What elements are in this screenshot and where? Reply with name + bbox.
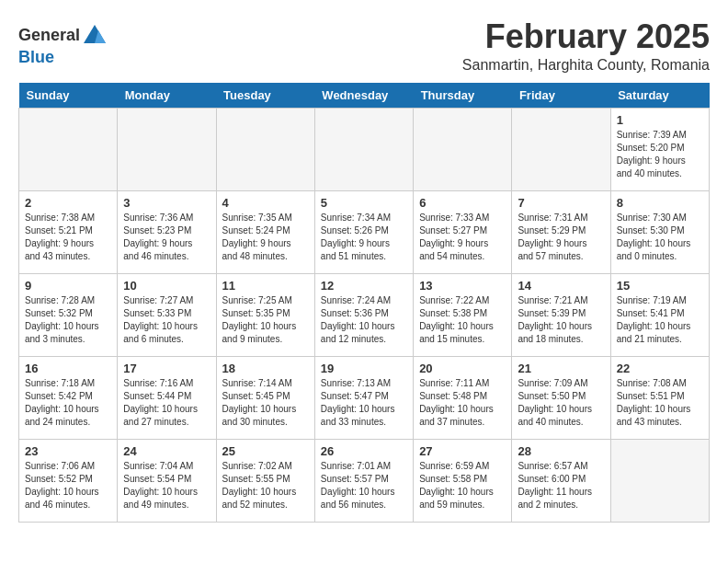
day-number: 24 (123, 444, 210, 458)
weekday-header-thursday: Thursday (414, 83, 512, 109)
weekday-header-tuesday: Tuesday (216, 83, 314, 109)
day-info: Sunrise: 7:04 AM Sunset: 5:54 PM Dayligh… (123, 460, 210, 511)
day-number: 9 (25, 279, 111, 293)
day-number: 18 (222, 362, 309, 375)
calendar-cell (118, 108, 216, 190)
weekday-header-sunday: Sunday (19, 83, 118, 109)
day-info: Sunrise: 6:59 AM Sunset: 5:58 PM Dayligh… (419, 460, 506, 511)
weekday-header-wednesday: Wednesday (314, 83, 413, 109)
calendar-cell: 26Sunrise: 7:01 AM Sunset: 5:57 PM Dayli… (314, 439, 413, 522)
day-number: 5 (321, 196, 407, 210)
day-number: 7 (518, 196, 604, 210)
day-number: 28 (518, 444, 604, 458)
day-info: Sunrise: 7:18 AM Sunset: 5:42 PM Dayligh… (25, 377, 111, 429)
calendar-cell: 2Sunrise: 7:38 AM Sunset: 5:21 PM Daylig… (19, 190, 118, 273)
month-year-title: February 2025 (462, 18, 710, 55)
calendar-cell: 8Sunrise: 7:30 AM Sunset: 5:30 PM Daylig… (610, 190, 709, 273)
calendar-cell: 6Sunrise: 7:33 AM Sunset: 5:27 PM Daylig… (414, 190, 512, 273)
calendar-cell: 20Sunrise: 7:11 AM Sunset: 5:48 PM Dayli… (414, 356, 512, 439)
day-info: Sunrise: 7:21 AM Sunset: 5:39 PM Dayligh… (518, 294, 604, 346)
day-number: 13 (419, 279, 506, 293)
day-info: Sunrise: 7:09 AM Sunset: 5:50 PM Dayligh… (518, 377, 604, 429)
calendar-cell: 11Sunrise: 7:25 AM Sunset: 5:35 PM Dayli… (216, 273, 314, 356)
calendar-table: SundayMondayTuesdayWednesdayThursdayFrid… (18, 83, 710, 523)
day-info: Sunrise: 7:13 AM Sunset: 5:47 PM Dayligh… (321, 377, 407, 429)
day-info: Sunrise: 6:57 AM Sunset: 6:00 PM Dayligh… (518, 460, 604, 511)
calendar-cell: 21Sunrise: 7:09 AM Sunset: 5:50 PM Dayli… (512, 356, 610, 439)
calendar-cell: 22Sunrise: 7:08 AM Sunset: 5:51 PM Dayli… (610, 356, 709, 439)
calendar-cell: 4Sunrise: 7:35 AM Sunset: 5:24 PM Daylig… (216, 190, 314, 273)
calendar-cell (314, 108, 413, 190)
day-number: 2 (25, 196, 111, 210)
calendar-week-2: 2Sunrise: 7:38 AM Sunset: 5:21 PM Daylig… (19, 190, 710, 273)
day-number: 11 (222, 279, 309, 293)
calendar-week-3: 9Sunrise: 7:28 AM Sunset: 5:32 PM Daylig… (19, 273, 710, 356)
calendar-cell: 10Sunrise: 7:27 AM Sunset: 5:33 PM Dayli… (118, 273, 216, 356)
logo: General Blue (18, 23, 108, 67)
calendar-cell: 17Sunrise: 7:16 AM Sunset: 5:44 PM Dayli… (118, 356, 216, 439)
calendar-cell (414, 108, 512, 190)
logo-icon (82, 23, 108, 49)
calendar-cell: 3Sunrise: 7:36 AM Sunset: 5:23 PM Daylig… (118, 190, 216, 273)
calendar-cell (512, 108, 610, 190)
calendar-cell: 1Sunrise: 7:39 AM Sunset: 5:20 PM Daylig… (610, 108, 709, 190)
day-number: 10 (123, 279, 210, 293)
weekday-header-monday: Monday (118, 83, 216, 109)
day-number: 12 (321, 279, 407, 293)
day-number: 21 (518, 362, 604, 375)
day-info: Sunrise: 7:35 AM Sunset: 5:24 PM Dayligh… (222, 212, 309, 263)
calendar-week-1: 1Sunrise: 7:39 AM Sunset: 5:20 PM Daylig… (19, 108, 710, 190)
calendar-cell: 24Sunrise: 7:04 AM Sunset: 5:54 PM Dayli… (118, 439, 216, 522)
calendar-cell: 13Sunrise: 7:22 AM Sunset: 5:38 PM Dayli… (414, 273, 512, 356)
day-info: Sunrise: 7:31 AM Sunset: 5:29 PM Dayligh… (518, 212, 604, 263)
day-number: 3 (123, 196, 210, 210)
day-info: Sunrise: 7:30 AM Sunset: 5:30 PM Dayligh… (617, 212, 703, 263)
day-info: Sunrise: 7:22 AM Sunset: 5:38 PM Dayligh… (419, 294, 506, 346)
day-number: 6 (419, 196, 506, 210)
day-number: 19 (321, 362, 407, 375)
day-info: Sunrise: 7:24 AM Sunset: 5:36 PM Dayligh… (321, 294, 407, 346)
logo-general-text: General (18, 27, 80, 45)
day-number: 23 (25, 444, 111, 458)
calendar-cell: 16Sunrise: 7:18 AM Sunset: 5:42 PM Dayli… (19, 356, 118, 439)
day-number: 4 (222, 196, 309, 210)
weekday-header-saturday: Saturday (610, 83, 709, 109)
calendar-cell: 7Sunrise: 7:31 AM Sunset: 5:29 PM Daylig… (512, 190, 610, 273)
day-info: Sunrise: 7:33 AM Sunset: 5:27 PM Dayligh… (419, 212, 506, 263)
day-info: Sunrise: 7:01 AM Sunset: 5:57 PM Dayligh… (321, 460, 407, 511)
calendar-cell: 14Sunrise: 7:21 AM Sunset: 5:39 PM Dayli… (512, 273, 610, 356)
calendar-cell: 12Sunrise: 7:24 AM Sunset: 5:36 PM Dayli… (314, 273, 413, 356)
day-number: 15 (617, 279, 703, 293)
calendar-cell: 18Sunrise: 7:14 AM Sunset: 5:45 PM Dayli… (216, 356, 314, 439)
day-info: Sunrise: 7:25 AM Sunset: 5:35 PM Dayligh… (222, 294, 309, 346)
calendar-week-5: 23Sunrise: 7:06 AM Sunset: 5:52 PM Dayli… (19, 439, 710, 522)
day-number: 8 (617, 196, 703, 210)
calendar-cell: 28Sunrise: 6:57 AM Sunset: 6:00 PM Dayli… (512, 439, 610, 522)
day-info: Sunrise: 7:36 AM Sunset: 5:23 PM Dayligh… (123, 212, 210, 263)
day-number: 26 (321, 444, 407, 458)
day-info: Sunrise: 7:28 AM Sunset: 5:32 PM Dayligh… (25, 294, 111, 346)
weekday-header-row: SundayMondayTuesdayWednesdayThursdayFrid… (19, 83, 710, 109)
day-number: 17 (123, 362, 210, 375)
calendar-week-4: 16Sunrise: 7:18 AM Sunset: 5:42 PM Dayli… (19, 356, 710, 439)
calendar-cell: 27Sunrise: 6:59 AM Sunset: 5:58 PM Dayli… (414, 439, 512, 522)
title-section: February 2025 Sanmartin, Harghita County… (462, 18, 710, 74)
logo-blue-text: Blue (18, 48, 54, 66)
day-info: Sunrise: 7:14 AM Sunset: 5:45 PM Dayligh… (222, 377, 309, 429)
weekday-header-friday: Friday (512, 83, 610, 109)
day-info: Sunrise: 7:34 AM Sunset: 5:26 PM Dayligh… (321, 212, 407, 263)
day-info: Sunrise: 7:39 AM Sunset: 5:20 PM Dayligh… (617, 129, 703, 180)
calendar-cell: 5Sunrise: 7:34 AM Sunset: 5:26 PM Daylig… (314, 190, 413, 273)
location-subtitle: Sanmartin, Harghita County, Romania (462, 57, 710, 74)
day-number: 25 (222, 444, 309, 458)
calendar-cell (216, 108, 314, 190)
day-info: Sunrise: 7:08 AM Sunset: 5:51 PM Dayligh… (617, 377, 703, 429)
day-info: Sunrise: 7:02 AM Sunset: 5:55 PM Dayligh… (222, 460, 309, 511)
day-number: 22 (617, 362, 703, 375)
calendar-cell: 25Sunrise: 7:02 AM Sunset: 5:55 PM Dayli… (216, 439, 314, 522)
calendar-cell: 19Sunrise: 7:13 AM Sunset: 5:47 PM Dayli… (314, 356, 413, 439)
day-info: Sunrise: 7:16 AM Sunset: 5:44 PM Dayligh… (123, 377, 210, 429)
calendar-cell: 15Sunrise: 7:19 AM Sunset: 5:41 PM Dayli… (610, 273, 709, 356)
day-info: Sunrise: 7:11 AM Sunset: 5:48 PM Dayligh… (419, 377, 506, 429)
day-number: 1 (617, 113, 703, 127)
